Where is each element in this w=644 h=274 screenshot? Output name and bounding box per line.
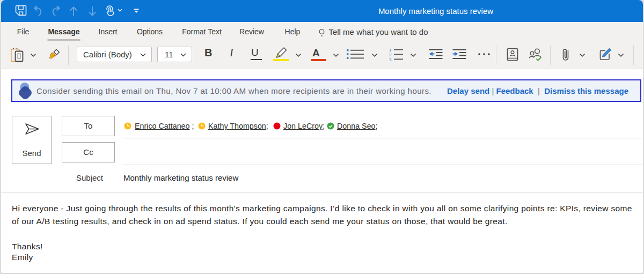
svg-text:2: 2 (389, 53, 392, 57)
svg-text:1: 1 (389, 48, 392, 53)
svg-text:3: 3 (389, 57, 392, 62)
